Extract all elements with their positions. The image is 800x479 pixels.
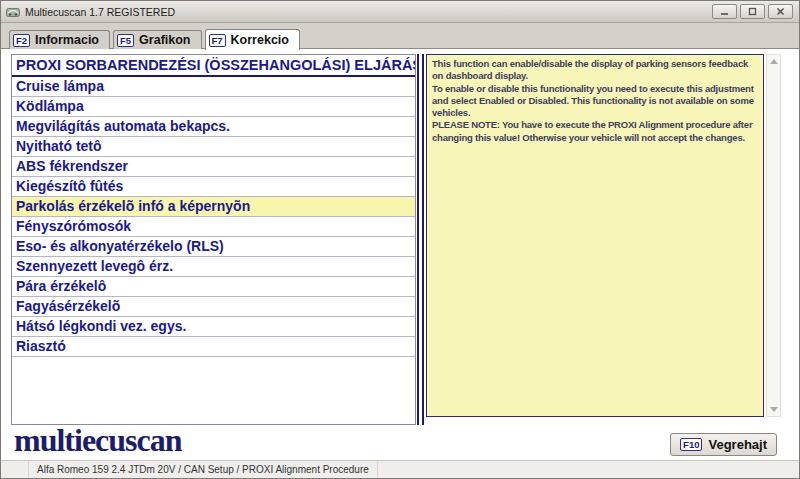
list-item[interactable]: Parkolás érzékelõ infó a képernyõn	[12, 197, 415, 217]
info-paragraph: To enable or disable this functionality …	[432, 83, 758, 120]
content-area: PROXI SORBARENDEZÉSI (ÖSSZEHANGOLÁSI) EL…	[1, 48, 799, 460]
list-item[interactable]: Hátsó légkondi vez. egys.	[12, 317, 415, 337]
close-icon	[776, 7, 785, 16]
tab-key-badge: F5	[117, 34, 134, 47]
tab-label: Grafikon	[139, 33, 190, 47]
info-paragraph: PLEASE NOTE: You have to execute the PRO…	[432, 119, 758, 144]
scroll-up-icon	[770, 59, 778, 64]
list-item[interactable]: Riasztó	[12, 337, 415, 357]
list-item[interactable]: Kiegészítô fûtés	[12, 177, 415, 197]
scroll-down-button[interactable]	[767, 403, 780, 416]
scroll-down-icon	[770, 407, 778, 412]
info-panel: This function can enable/disable the dis…	[426, 54, 764, 417]
status-segment-text: Alfa Romeo 159 2.4 JTDm 20V / CAN Setup …	[29, 461, 378, 478]
list-item[interactable]: Eso- és alkonyatérzékelo (RLS)	[12, 237, 415, 257]
procedure-list-header: PROXI SORBARENDEZÉSI (ÖSSZEHANGOLÁSI) EL…	[12, 55, 415, 77]
execute-button[interactable]: F10 Vegrehajt	[670, 433, 777, 456]
info-paragraph: This function can enable/disable the dis…	[432, 58, 758, 83]
tab-key-badge: F7	[209, 34, 226, 47]
scroll-up-button[interactable]	[767, 55, 780, 68]
window-title: Multiecuscan 1.7 REGISTERED	[25, 6, 175, 18]
list-item[interactable]: Cruise lámpa	[12, 77, 415, 97]
close-button[interactable]	[768, 4, 793, 19]
tab-label: Korrekcio	[231, 33, 289, 47]
minimize-icon	[720, 7, 729, 16]
list-item[interactable]: Fagyásérzékelõ	[12, 297, 415, 317]
tab-bar: F2InformacioF5GrafikonF7Korrekcio	[9, 28, 300, 49]
info-scrollbar[interactable]	[766, 54, 781, 417]
list-item[interactable]: Fényszórómosók	[12, 217, 415, 237]
list-item[interactable]: Szennyezett levegô érz.	[12, 257, 415, 277]
minimize-button[interactable]	[712, 4, 737, 19]
list-item[interactable]: Ködlámpa	[12, 97, 415, 117]
tab-key-badge: F2	[13, 34, 30, 47]
tab-grafikon[interactable]: F5Grafikon	[113, 30, 202, 49]
list-item[interactable]: Nyitható tetô	[12, 137, 415, 157]
list-item[interactable]: Megvilágítás automata bekapcs.	[12, 117, 415, 137]
maximize-button[interactable]	[740, 4, 765, 19]
app-icon	[6, 5, 20, 19]
info-text: This function can enable/disable the dis…	[432, 58, 758, 144]
title-bar: Multiecuscan 1.7 REGISTERED	[1, 1, 799, 23]
list-item[interactable]: ABS fékrendszer	[12, 157, 415, 177]
tab-korrekcio[interactable]: F7Korrekcio	[205, 29, 300, 50]
status-segment-left	[1, 461, 29, 478]
execute-button-label: Vegrehajt	[708, 437, 767, 452]
panel-splitter[interactable]	[417, 54, 424, 425]
window-controls	[712, 4, 793, 19]
f10-key-badge: F10	[680, 438, 702, 451]
app-window: Multiecuscan 1.7 REGISTERED F2Informacio…	[0, 0, 800, 479]
maximize-icon	[748, 7, 757, 16]
procedure-list-panel: PROXI SORBARENDEZÉSI (ÖSSZEHANGOLÁSI) EL…	[11, 54, 416, 425]
tab-informacio[interactable]: F2Informacio	[9, 30, 110, 49]
logo-text: multiecuscan	[14, 422, 182, 459]
list-item[interactable]: Pára érzékelô	[12, 277, 415, 297]
procedure-list: Cruise lámpaKödlámpaMegvilágítás automat…	[12, 77, 415, 357]
status-bar: Alfa Romeo 159 2.4 JTDm 20V / CAN Setup …	[1, 460, 799, 478]
tab-label: Informacio	[35, 33, 99, 47]
